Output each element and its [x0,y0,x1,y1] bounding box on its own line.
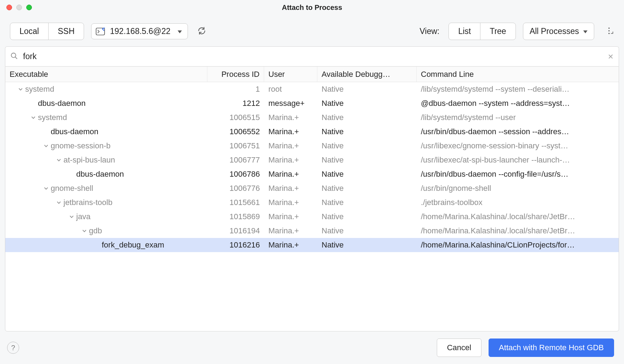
col-executable[interactable]: Executable [5,67,207,82]
cell-pid: 1212 [207,96,264,110]
cell-debugger: Native [317,210,417,224]
more-options-button[interactable] [606,26,614,37]
cell-user: Marina.+ [264,153,317,167]
cell-debugger: Native [317,125,417,139]
svg-point-2 [608,30,609,31]
tab-local[interactable]: Local [10,23,48,40]
expand-toggle-icon[interactable] [56,155,62,165]
col-command[interactable]: Command Line [417,67,619,82]
cell-user: Marina.+ [264,167,317,181]
clear-search-button[interactable]: ✕ [608,52,614,61]
table-row[interactable]: gnome-shell1006776Marina.+Native/usr/bin… [5,181,619,195]
table-row[interactable]: systemd1rootNative/lib/systemd/systemd -… [5,82,619,96]
cell-debugger: Native [317,238,417,252]
expand-toggle-icon[interactable] [81,226,88,235]
cell-user: Marina.+ [264,210,317,224]
table-row[interactable]: fork_debug_exam1016216Marina.+Native/hom… [5,238,619,252]
col-user[interactable]: User [264,67,317,82]
chevron-down-icon [583,27,587,36]
chevron-down-icon [178,27,182,36]
terminal-icon [96,28,105,35]
search-input[interactable] [23,52,603,61]
cell-pid: 1006515 [207,110,264,125]
cell-command: /home/Marina.Kalashina/CLionProjects/for… [417,238,619,252]
cell-pid: 1006777 [207,153,264,167]
cell-executable: dbus-daemon [5,125,207,139]
expand-toggle-icon[interactable] [43,141,49,150]
expand-toggle-icon[interactable] [43,184,49,193]
table-row[interactable]: at-spi-bus-laun1006777Marina.+Native/usr… [5,153,619,167]
host-selector[interactable]: 192.168.5.6@22 [91,23,188,39]
cell-executable: systemd [5,82,207,96]
refresh-button[interactable] [197,26,206,37]
search-bar: ✕ [5,46,619,66]
cell-user: Marina.+ [264,181,317,195]
cell-executable: at-spi-bus-laun [5,153,207,167]
table-row[interactable]: java1015869Marina.+Native/home/Marina.Ka… [5,210,619,224]
expand-toggle-icon[interactable] [30,113,37,122]
cell-command: /lib/systemd/systemd --user [417,110,619,125]
table-row[interactable]: jetbrains-toolb1015661Marina.+Native./je… [5,195,619,210]
attach-button[interactable]: Attach with Remote Host GDB [489,339,614,357]
view-label: View: [420,27,440,36]
minimize-window-button[interactable] [16,5,22,10]
process-name: dbus-daemon [38,99,86,108]
process-name: dbus-daemon [76,170,124,179]
process-name: fork_debug_exam [102,240,164,250]
table-row[interactable]: dbus-daemon1212message+Native@dbus-daemo… [5,96,619,110]
process-name: at-spi-bus-laun [63,155,115,165]
cell-user: Marina.+ [264,139,317,153]
expand-toggle-icon[interactable] [68,212,75,221]
cell-pid: 1006786 [207,167,264,181]
process-name: dbus-daemon [51,127,99,136]
svg-point-3 [608,33,609,34]
table-row[interactable]: gdb1016194Marina.+Native/home/Marina.Kal… [5,224,619,238]
process-table: Executable Process ID User Available Deb… [5,66,619,331]
process-name: systemd [25,85,54,94]
cell-executable: gnome-session-b [5,139,207,153]
cell-command: /home/Marina.Kalashina/.local/share/JetB… [417,210,619,224]
table-row[interactable]: gnome-session-b1006751Marina.+Native/usr… [5,139,619,153]
svg-rect-0 [96,28,105,35]
svg-line-5 [15,57,17,59]
close-window-button[interactable] [6,5,12,10]
table-row[interactable]: systemd1006515Marina.+Native/lib/systemd… [5,110,619,125]
cell-debugger: Native [317,181,417,195]
cell-pid: 1006751 [207,139,264,153]
svg-point-1 [608,27,609,28]
cancel-button[interactable]: Cancel [437,339,481,357]
cell-user: message+ [264,96,317,110]
col-process-id[interactable]: Process ID [207,67,264,82]
table-row[interactable]: dbus-daemon1006786Marina.+Native/usr/bin… [5,167,619,181]
tab-ssh[interactable]: SSH [48,23,84,40]
cell-executable: dbus-daemon [5,167,207,181]
table-row[interactable]: dbus-daemon1006552Marina.+Native/usr/bin… [5,125,619,139]
cell-command: /home/Marina.Kalashina/.local/share/JetB… [417,224,619,238]
cell-user: Marina.+ [264,195,317,210]
help-button[interactable]: ? [7,342,19,354]
cell-executable: jetbrains-toolb [5,195,207,210]
expand-toggle-icon[interactable] [56,198,62,207]
process-filter-dropdown[interactable]: All Processes [523,23,594,40]
cell-command: /usr/libexec/gnome-session-binary --syst… [417,139,619,153]
cell-pid: 1 [207,82,264,96]
table-body: systemd1rootNative/lib/systemd/systemd -… [5,82,619,331]
connection-mode-segmented: Local SSH [10,23,84,40]
window-controls [6,5,32,10]
zoom-window-button[interactable] [26,5,32,10]
cell-user: Marina.+ [264,125,317,139]
cell-command: /usr/bin/dbus-daemon --config-file=/usr/… [417,167,619,181]
tab-tree[interactable]: Tree [480,23,515,40]
table-header: Executable Process ID User Available Deb… [5,67,619,82]
search-icon [10,52,18,61]
cell-pid: 1016216 [207,238,264,252]
expand-toggle-icon[interactable] [17,85,24,94]
cell-user: root [264,82,317,96]
cell-debugger: Native [317,153,417,167]
cell-debugger: Native [317,139,417,153]
col-debuggers[interactable]: Available Debugg… [317,67,417,82]
cell-debugger: Native [317,110,417,125]
tab-list[interactable]: List [449,23,480,40]
cell-command: @dbus-daemon --system --address=syst… [417,96,619,110]
process-filter-label: All Processes [530,27,579,36]
